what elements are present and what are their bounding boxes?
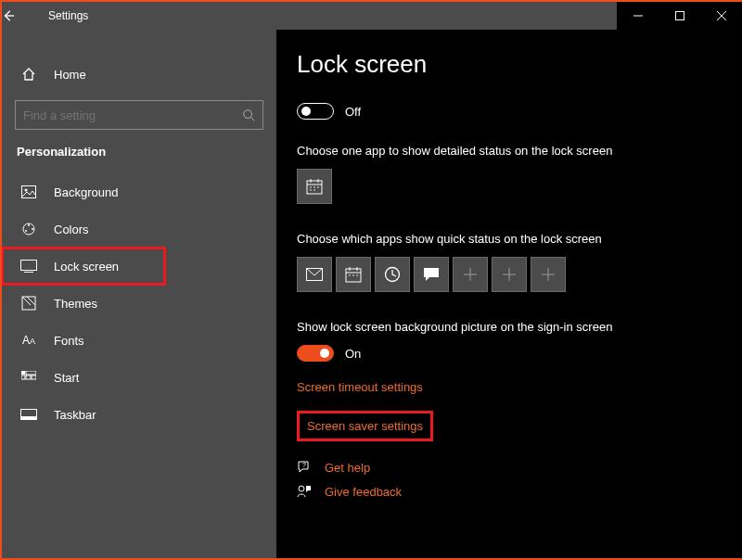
svg-point-10 bbox=[28, 224, 30, 226]
plus-icon bbox=[542, 268, 555, 281]
calendar-icon bbox=[345, 266, 362, 283]
get-help-link[interactable]: ? Get help bbox=[297, 460, 742, 475]
quick-status-tile-clock[interactable] bbox=[375, 257, 410, 292]
plus-icon bbox=[503, 268, 516, 281]
sidebar-item-fonts[interactable]: AA Fonts bbox=[2, 322, 276, 359]
themes-icon bbox=[19, 296, 39, 311]
quick-status-tile-add-2[interactable] bbox=[492, 257, 527, 292]
give-feedback-label: Give feedback bbox=[325, 485, 402, 499]
svg-rect-18 bbox=[21, 375, 25, 379]
taskbar-icon bbox=[19, 409, 39, 420]
plus-icon bbox=[464, 268, 477, 281]
svg-point-37 bbox=[349, 274, 351, 276]
toggle-state-label: On bbox=[345, 347, 361, 361]
close-button[interactable] bbox=[700, 2, 742, 30]
svg-rect-17 bbox=[26, 371, 36, 375]
svg-point-5 bbox=[244, 110, 252, 119]
svg-text:?: ? bbox=[302, 462, 306, 468]
quick-status-label: Choose which apps show quick status on t… bbox=[297, 232, 742, 246]
svg-point-12 bbox=[25, 230, 27, 232]
svg-point-8 bbox=[25, 189, 28, 192]
sidebar-home-label: Home bbox=[54, 68, 86, 82]
svg-point-29 bbox=[317, 186, 319, 188]
svg-point-28 bbox=[313, 186, 315, 188]
sidebar-item-colors[interactable]: Colors bbox=[2, 210, 276, 248]
get-help-label: Get help bbox=[325, 461, 370, 475]
give-feedback-link[interactable]: Give feedback bbox=[297, 484, 742, 499]
sidebar-section-header: Personalization bbox=[2, 139, 276, 173]
sidebar-item-start[interactable]: Start bbox=[2, 359, 276, 396]
sidebar-item-lock-screen[interactable]: Lock screen bbox=[2, 248, 165, 285]
lock-screen-toggle[interactable] bbox=[297, 103, 334, 120]
quick-status-tile-calendar[interactable] bbox=[336, 257, 371, 292]
sidebar-item-themes[interactable]: Themes bbox=[2, 285, 276, 322]
window-title: Settings bbox=[48, 9, 88, 22]
sidebar-item-background[interactable]: Background bbox=[2, 173, 276, 210]
quick-status-tile-mail[interactable] bbox=[297, 257, 332, 292]
sidebar: Home Personalization Background Colors L… bbox=[2, 30, 276, 558]
maximize-button[interactable] bbox=[659, 2, 700, 30]
sidebar-item-taskbar[interactable]: Taskbar bbox=[2, 396, 276, 433]
content-area: Lock screen Off Choose one app to show d… bbox=[276, 30, 742, 558]
svg-rect-16 bbox=[21, 371, 25, 375]
screen-timeout-link[interactable]: Screen timeout settings bbox=[297, 380, 742, 394]
sidebar-item-label: Themes bbox=[54, 297, 97, 311]
search-field[interactable] bbox=[23, 108, 242, 122]
sidebar-item-label: Colors bbox=[54, 223, 89, 236]
sidebar-item-label: Taskbar bbox=[54, 408, 96, 422]
page-title: Lock screen bbox=[297, 50, 742, 79]
clock-icon bbox=[384, 266, 401, 283]
start-icon bbox=[19, 371, 39, 384]
sidebar-item-label: Background bbox=[54, 185, 118, 199]
svg-rect-20 bbox=[32, 375, 36, 379]
svg-rect-13 bbox=[21, 261, 37, 271]
svg-point-31 bbox=[313, 189, 315, 191]
sidebar-item-label: Fonts bbox=[54, 334, 84, 348]
quick-status-tile-chat[interactable] bbox=[414, 257, 449, 292]
svg-rect-2 bbox=[675, 12, 684, 20]
svg-point-48 bbox=[299, 486, 304, 491]
signin-picture-toggle[interactable] bbox=[297, 345, 334, 362]
svg-point-39 bbox=[356, 274, 358, 276]
home-icon bbox=[19, 67, 39, 82]
sidebar-home[interactable]: Home bbox=[2, 56, 276, 93]
sidebar-item-label: Start bbox=[54, 371, 79, 385]
back-button[interactable] bbox=[2, 9, 39, 22]
svg-point-38 bbox=[352, 274, 354, 276]
quick-status-tile-add-3[interactable] bbox=[531, 257, 566, 292]
titlebar: Settings bbox=[2, 2, 742, 30]
quick-status-tile-add-1[interactable] bbox=[453, 257, 488, 292]
sidebar-item-label: Lock screen bbox=[54, 260, 119, 274]
svg-point-30 bbox=[310, 189, 312, 191]
feedback-icon bbox=[297, 484, 313, 499]
lock-screen-icon bbox=[19, 260, 39, 273]
help-icon: ? bbox=[297, 460, 313, 475]
minimize-button[interactable] bbox=[617, 2, 659, 30]
svg-rect-19 bbox=[26, 375, 31, 379]
detailed-status-label: Choose one app to show detailed status o… bbox=[297, 144, 742, 158]
detailed-status-app-tile[interactable] bbox=[297, 169, 332, 204]
picture-icon bbox=[19, 185, 39, 198]
toggle-state-label: Off bbox=[345, 105, 361, 119]
signin-picture-label: Show lock screen background picture on t… bbox=[297, 320, 742, 334]
mail-icon bbox=[306, 268, 323, 281]
svg-point-11 bbox=[32, 228, 33, 230]
search-icon bbox=[242, 108, 255, 121]
search-input[interactable] bbox=[15, 100, 263, 130]
calendar-icon bbox=[306, 178, 323, 195]
svg-point-27 bbox=[310, 186, 312, 188]
palette-icon bbox=[19, 222, 39, 236]
fonts-icon: AA bbox=[19, 334, 39, 347]
chat-icon bbox=[423, 267, 440, 282]
window-controls bbox=[617, 2, 742, 30]
screen-saver-link[interactable]: Screen saver settings bbox=[297, 411, 433, 441]
svg-line-6 bbox=[251, 118, 255, 121]
svg-rect-22 bbox=[21, 416, 37, 420]
